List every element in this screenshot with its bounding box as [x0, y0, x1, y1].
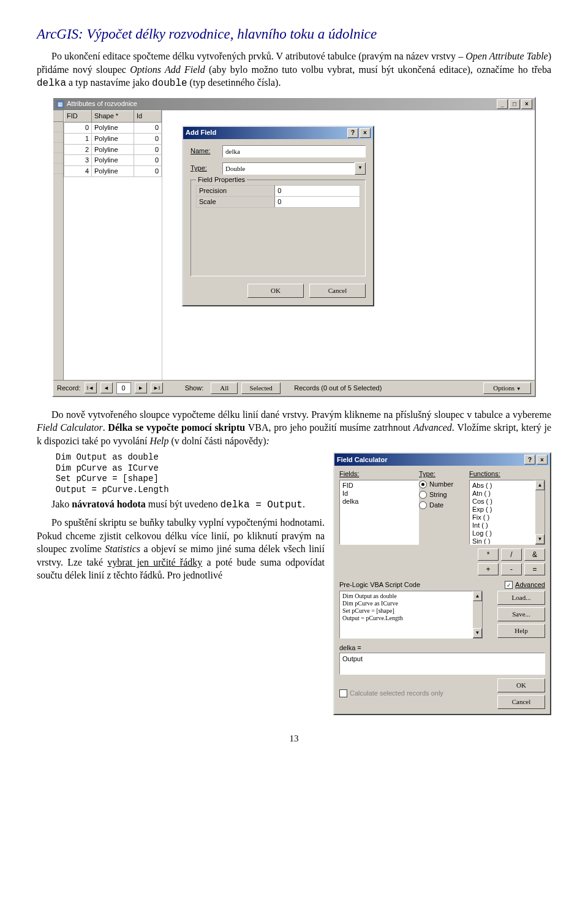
type-string-radio[interactable]: String: [419, 490, 468, 499]
list-item[interactable]: Cos ( ): [472, 498, 532, 506]
list-item[interactable]: Exp ( ): [472, 506, 532, 514]
dialog-close-button[interactable]: ×: [537, 455, 548, 464]
col-id[interactable]: Id: [134, 110, 162, 122]
precision-label: Precision: [197, 185, 275, 196]
list-item[interactable]: delka: [342, 498, 416, 506]
help-button[interactable]: Help: [497, 624, 545, 638]
list-item[interactable]: Atn ( ): [472, 490, 532, 498]
mono-double: double: [152, 78, 187, 89]
attributes-titlebar: ▦ Attributes of rozvodnice _ □ ×: [53, 98, 535, 110]
nav-prev-icon[interactable]: ◄: [100, 382, 113, 393]
scroll-up-icon[interactable]: ▲: [473, 591, 482, 601]
help-button[interactable]: ?: [524, 455, 535, 464]
record-value[interactable]: 0: [116, 382, 131, 394]
close-button[interactable]: ×: [521, 99, 532, 109]
load-button[interactable]: Load...: [497, 591, 545, 605]
options-button[interactable]: Options ▼: [483, 382, 531, 394]
name-input[interactable]: [222, 145, 366, 157]
precision-value[interactable]: 0: [275, 185, 360, 196]
table-row[interactable]: 2Polyline0: [64, 144, 162, 155]
show-selected-button[interactable]: Selected: [241, 382, 281, 394]
ok-button[interactable]: OK: [247, 284, 304, 298]
attributes-statusbar: Record: I◄ ◄ 0 ► ►I Show: All Selected R…: [53, 380, 535, 396]
p2-a: Do nově vytvořeného sloupce vypočteme dé…: [51, 409, 551, 420]
expression-textarea[interactable]: Output: [339, 653, 545, 675]
chevron-down-icon[interactable]: ▼: [355, 162, 366, 175]
list-item[interactable]: FID: [342, 482, 416, 490]
field-properties-table: Precision0 Scale0: [196, 185, 360, 208]
list-item[interactable]: Id: [342, 490, 416, 498]
prelogic-textarea[interactable]: Dim Output as double Dim pCurve as ICurv…: [339, 591, 473, 639]
cancel-button[interactable]: Cancel: [497, 695, 545, 709]
attributes-window: ▦ Attributes of rozvodnice _ □ × FID Sha…: [52, 97, 536, 397]
result-label: delka =: [339, 643, 545, 653]
cell: 0: [64, 122, 92, 133]
paragraph-4: Po spuštění skriptu se buňky tabulky vyp…: [37, 516, 325, 582]
p2-d: , pro jeho použití musíme zatrhnout: [269, 422, 413, 433]
scale-value[interactable]: 0: [275, 196, 360, 207]
fields-listbox[interactable]: FID Id delka: [339, 480, 419, 545]
op-divide-button[interactable]: /: [501, 548, 522, 561]
italic-advanced: Advanced: [413, 422, 452, 433]
cell: Polyline: [92, 144, 134, 155]
scrollbar[interactable]: ▲ ▼: [535, 480, 545, 545]
scroll-down-icon[interactable]: ▼: [473, 628, 482, 638]
colon: :: [266, 436, 270, 446]
type-input[interactable]: [222, 162, 355, 175]
list-item[interactable]: Int ( ): [472, 521, 532, 529]
table-row[interactable]: 3Polyline0: [64, 155, 162, 166]
dialog-close-button[interactable]: ×: [360, 128, 371, 138]
records-count-text: Records (0 out of 5 Selected): [294, 384, 382, 393]
scroll-up-icon[interactable]: ▲: [535, 480, 545, 490]
field-calculator-dialog: Field Calculator ? × Fields: FID Id delk…: [333, 452, 551, 715]
op-equals-button[interactable]: =: [524, 563, 545, 575]
list-item[interactable]: Sin ( ): [472, 537, 532, 545]
cell: 0: [134, 155, 162, 166]
list-item[interactable]: Log ( ): [472, 529, 532, 537]
nav-last-icon[interactable]: ►I: [151, 382, 163, 393]
p3-b-bold: návratová hodota: [72, 499, 145, 509]
help-button[interactable]: ?: [347, 128, 358, 138]
maximize-button[interactable]: □: [509, 99, 520, 109]
name-label: Name:: [190, 146, 222, 156]
advanced-checkbox[interactable]: ✓: [505, 581, 513, 589]
code-line: Set pCurve = [shape]: [342, 607, 470, 615]
op-plus-button[interactable]: +: [478, 563, 499, 575]
nav-next-icon[interactable]: ►: [135, 382, 147, 393]
show-all-button[interactable]: All: [211, 382, 238, 394]
cancel-button[interactable]: Cancel: [309, 284, 366, 298]
nav-first-icon[interactable]: I◄: [85, 382, 97, 393]
field-calculator-titlebar: Field Calculator ? ×: [334, 453, 550, 466]
col-fid[interactable]: FID: [64, 110, 92, 122]
minimize-button[interactable]: _: [497, 99, 508, 109]
scrollbar[interactable]: ▲ ▼: [473, 591, 483, 639]
type-combo[interactable]: ▼: [222, 162, 366, 175]
type-number-radio[interactable]: Number: [419, 480, 468, 489]
code-line: Output = pCurve.Length: [342, 615, 470, 622]
options-label: Options: [493, 384, 514, 392]
row-header-column: [53, 110, 64, 380]
save-button[interactable]: Save...: [497, 607, 545, 621]
radio-icon: [419, 501, 427, 509]
code-line: Output = pCurve.Length: [56, 485, 325, 496]
col-shape[interactable]: Shape *: [92, 110, 134, 122]
table-row[interactable]: 1Polyline0: [64, 133, 162, 144]
type-date-radio[interactable]: Date: [419, 501, 468, 510]
table-row[interactable]: 0Polyline0: [64, 122, 162, 133]
attribute-table: FID Shape * Id 0Polyline0 1Polyline0 2Po…: [64, 110, 162, 177]
italic-field-calculator: Field Calculator: [37, 422, 103, 433]
op-minus-button[interactable]: -: [501, 563, 522, 575]
table-row[interactable]: 4Polyline0: [64, 166, 162, 177]
underline-rows: vybrat jen určité řádky: [107, 557, 202, 567]
type-label: Type:: [190, 164, 222, 173]
op-amp-button[interactable]: &: [524, 548, 545, 561]
op-multiply-button[interactable]: *: [478, 548, 499, 561]
scroll-down-icon[interactable]: ▼: [535, 534, 545, 544]
list-item[interactable]: Abs ( ): [472, 482, 532, 490]
code-line: Set pCurve = [shape]: [56, 474, 325, 485]
list-item[interactable]: Fix ( ): [472, 514, 532, 521]
ok-button[interactable]: OK: [497, 678, 545, 692]
mono-delka-1: delka: [37, 78, 66, 89]
p1-c: (aby bylo možno tuto volbu vybrat, musí …: [205, 64, 551, 75]
functions-listbox[interactable]: Abs ( ) Atn ( ) Cos ( ) Exp ( ) Fix ( ) …: [469, 480, 535, 545]
